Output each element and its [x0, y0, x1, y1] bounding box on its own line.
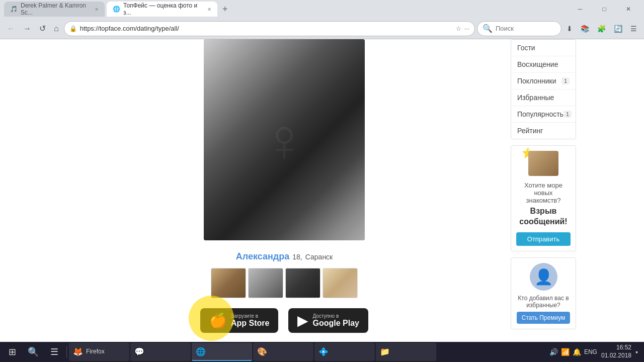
bookmark-icon[interactable]: ☆ — [456, 25, 461, 32]
toolbar-right: ⬇ 📚 🧩 🔄 ☰ — [564, 23, 640, 35]
show-desktop-icon[interactable]: ▪ — [635, 348, 638, 356]
thumb-3[interactable] — [285, 268, 320, 298]
taskbar: ⊞ 🔍 ☰ 🦊 Firefox 💬 🌐 🎨 💠 📁 🔊 📶 🔔 ENG 16:5… — [0, 342, 644, 362]
keyboard-layout[interactable]: ENG — [584, 348, 597, 355]
appstore-small: Загрузите в — [231, 313, 269, 319]
taskbar-separator — [66, 346, 67, 358]
volume-icon[interactable]: 🔊 — [549, 348, 558, 356]
taskbar-app-whatsapp[interactable]: 💬 — [130, 343, 191, 361]
tab-active-label: ТопФейс — оценка фото и з... — [123, 2, 202, 16]
premium-text-1: Кто добавил вас в — [516, 295, 571, 302]
profile-name: Александра — [236, 251, 290, 262]
taskbar-paint-icon: 🎨 — [257, 347, 267, 356]
promo-button[interactable]: Отправить — [516, 232, 571, 246]
appstore-text: Загрузите в App Store — [231, 313, 269, 328]
premium-text-2: избранные? — [516, 302, 571, 309]
main-layout: Александра 18, Саранск 🍎 Загрузите в — [58, 39, 586, 338]
profile-age: 18, — [292, 253, 302, 261]
tab-inactive[interactable]: 🎵 Derek Palmer & Kamron Sc... ✕ — [4, 2, 105, 17]
taskbar-search[interactable]: 🔍 — [23, 343, 43, 361]
thumb-4[interactable] — [323, 268, 358, 298]
addons-button[interactable]: 🧩 — [594, 23, 609, 35]
taskbar-firefox-icon: 🦊 — [73, 347, 83, 356]
taskbar-app-firefox[interactable]: 🦊 Firefox — [69, 343, 129, 361]
promo-box: ⭐ Хотите море новых знакомств? Взрыв соо… — [511, 145, 576, 251]
taskbar-browser-icon: 🌐 — [196, 347, 206, 356]
browser-titlebar: 🎵 Derek Palmer & Kamron Sc... ✕ 🌐 ТопФей… — [0, 0, 644, 18]
taskbar-app-explorer[interactable]: 📁 — [376, 343, 436, 361]
sidebar-item-favorites[interactable]: Избранные — [511, 89, 576, 106]
taskbar-app-browser[interactable]: 🌐 — [192, 343, 252, 361]
sidebar-menu: Гости Восхищение Поклонники 1 Избранные … — [511, 39, 576, 139]
forward-button[interactable]: → — [20, 22, 34, 35]
sidebar-item-rating[interactable]: Рейтинг — [511, 123, 576, 139]
clock-date: 01.02.2018 — [601, 352, 631, 360]
promo-title: Взрыв сообщений! — [516, 206, 571, 227]
start-button[interactable]: ⊞ — [2, 343, 22, 361]
notification-icon[interactable]: 🔔 — [573, 348, 581, 356]
premium-button[interactable]: Стать Премиум — [517, 312, 571, 324]
sync-button[interactable]: 🔄 — [611, 23, 625, 35]
taskbar-firefox-label: Firefox — [86, 348, 105, 355]
minimize-button[interactable]: ─ — [569, 2, 592, 17]
search-input[interactable] — [496, 25, 556, 32]
badge-popularity: 1 — [564, 111, 572, 118]
appstore-big: App Store — [231, 319, 269, 328]
taskbar-right: 🔊 📶 🔔 ENG 16:52 01.02.2018 ▪ — [549, 344, 642, 359]
new-tab-button[interactable]: + — [219, 4, 231, 15]
googleplay-small: Доступно в — [312, 313, 359, 319]
taskbar-taskview[interactable]: ☰ — [44, 343, 64, 361]
tab-active-close[interactable]: ✕ — [207, 7, 211, 12]
menu-button[interactable]: ☰ — [627, 23, 640, 35]
tab-inactive-favicon: 🎵 — [10, 6, 18, 13]
googleplay-button[interactable]: ▶ Доступно в Google Play — [288, 308, 368, 333]
sidebar-item-guests[interactable]: Гости — [511, 40, 576, 56]
thumb-1[interactable] — [211, 268, 246, 298]
page-content: Александра 18, Саранск 🍎 Загрузите в — [0, 39, 644, 342]
highlight-circle — [189, 296, 234, 341]
history-button[interactable]: 📚 — [578, 23, 592, 35]
tab-active-favicon: 🌐 — [113, 6, 120, 13]
googleplay-big: Google Play — [312, 319, 359, 328]
maximize-button[interactable]: □ — [593, 2, 616, 17]
search-bar[interactable]: 🔍 — [477, 21, 561, 36]
refresh-button[interactable]: ↺ — [36, 22, 49, 35]
photo-thumbnails — [211, 268, 358, 298]
page-wrapper: Александра 18, Саранск 🍎 Загрузите в — [0, 39, 644, 342]
home-button[interactable]: ⌂ — [51, 22, 62, 35]
profile-photo[interactable] — [204, 39, 365, 240]
taskbar-app-skype[interactable]: 💠 — [314, 343, 375, 361]
address-text: https://topface.com/dating/type/all/ — [80, 25, 453, 32]
taskbar-skype-icon: 💠 — [318, 347, 329, 356]
profile-city: Саранск — [305, 253, 333, 261]
systray: 🔊 📶 🔔 ENG — [549, 348, 597, 356]
tab-active[interactable]: 🌐 ТопФейс — оценка фото и з... ✕ — [107, 2, 217, 17]
window-controls: ─ □ ✕ — [569, 2, 640, 17]
android-icon: ▶ — [297, 312, 308, 329]
premium-box: 👤 Кто добавил вас в избранные? Стать Пре… — [511, 257, 576, 329]
tab-inactive-close[interactable]: ✕ — [95, 7, 99, 12]
taskbar-app-paint[interactable]: 🎨 — [253, 343, 313, 361]
promo-img: ⭐ — [526, 151, 561, 178]
thumb-2[interactable] — [248, 268, 283, 298]
back-button[interactable]: ← — [4, 22, 18, 35]
sidebar-item-popularity[interactable]: Популярность 1 — [511, 106, 576, 123]
address-bar[interactable]: 🔒 https://topface.com/dating/type/all/ ☆… — [64, 21, 475, 36]
ssl-lock-icon: 🔒 — [69, 25, 77, 32]
googleplay-text: Доступно в Google Play — [312, 313, 359, 328]
promo-text-2: новых знакомств? — [516, 189, 571, 204]
taskbar-clock[interactable]: 16:52 01.02.2018 — [601, 344, 631, 359]
sidebar-item-fans[interactable]: Поклонники 1 — [511, 73, 576, 89]
close-button[interactable]: ✕ — [617, 2, 640, 17]
sidebar-label-fans: Поклонники — [517, 77, 556, 85]
sidebar-item-admiration[interactable]: Восхищение — [511, 56, 576, 73]
more-icon[interactable]: ··· — [464, 25, 469, 32]
download-button[interactable]: ⬇ — [564, 23, 576, 35]
badge-fans: 1 — [561, 77, 570, 84]
promo-text-1: Хотите море — [516, 182, 571, 189]
sidebar-label-rating: Рейтинг — [517, 127, 543, 135]
network-icon[interactable]: 📶 — [561, 348, 570, 356]
sidebar-label-guests: Гости — [517, 44, 535, 52]
taskbar-explorer-icon: 📁 — [380, 347, 390, 356]
sidebar-label-popularity: Популярность — [517, 110, 564, 118]
